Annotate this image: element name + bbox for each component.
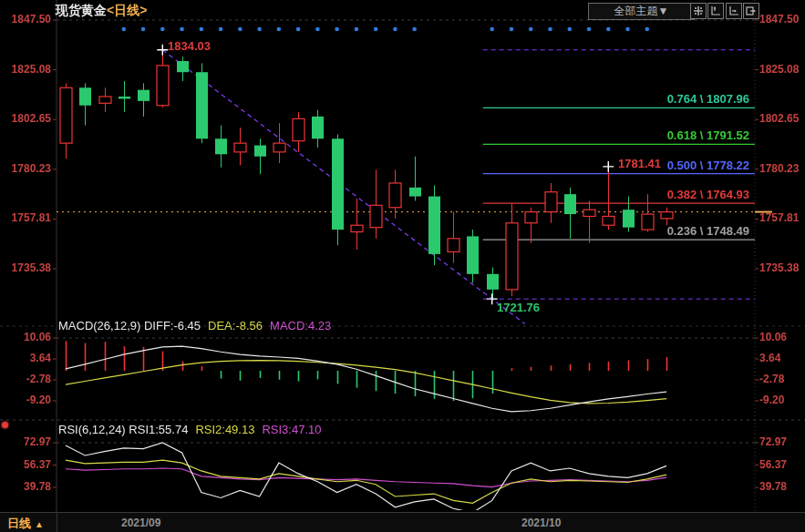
fib-level-0618-label: 0.618 \ 1791.52 [667, 128, 749, 142]
swing-low-price-label: 1721.76 [497, 301, 540, 314]
scale-x-axis-icon[interactable] [707, 3, 724, 19]
macd-name-and-diff: MACD(26,12,9) DIFF:-6.45 [58, 319, 201, 332]
scale-y-axis-icon[interactable] [726, 3, 742, 19]
fib-level-0764-label: 0.764 \ 1807.96 [667, 92, 749, 106]
fib-level-0382-label: 0.382 \ 1764.93 [667, 188, 749, 201]
macd-macd-value: MACD:4.23 [270, 319, 331, 332]
rsi2-value: RSI2:49.13 [195, 423, 254, 436]
fib-level-0500-label: 0.500 \ 1778.22 [667, 159, 749, 172]
bottom-bar-divider [57, 513, 57, 532]
period-tab-daily[interactable]: 日线▲ [7, 516, 44, 532]
theme-dropdown-button[interactable]: 全部主题▼ [588, 3, 695, 20]
bottom-bar: 日线▲ 2021/09 2021/10 [0, 512, 805, 532]
x-axis-label-sep: 2021/09 [121, 517, 160, 529]
chevron-up-icon: ▲ [35, 519, 44, 529]
period-tag: <日线> [107, 3, 147, 17]
screenshot-export-icon[interactable] [743, 3, 759, 19]
pan-icon[interactable] [690, 3, 707, 19]
panel-collapse-icon[interactable] [2, 422, 8, 428]
trading-app-window: 1847.501847.501825.081825.081802.651802.… [0, 0, 805, 532]
rsi-indicator-header[interactable]: RSI(6,12,24) RSI1:55.74RSI2:49.13RSI3:47… [58, 423, 321, 436]
swing-high-price-label: 1834.03 [168, 39, 211, 53]
macd-indicator-header[interactable]: MACD(26,12,9) DIFF:-6.45DEA:-8.56MACD:4.… [58, 319, 331, 332]
symbol-name: 现货黄金 [56, 3, 107, 17]
rsi3-value: RSI3:47.10 [262, 423, 321, 436]
retrace-high-price-label: 1781.41 [618, 157, 661, 170]
chart-title: 现货黄金<日线> [56, 3, 147, 19]
fib-level-0236-label: 0.236 \ 1748.49 [667, 224, 749, 238]
macd-dea-value: DEA:-8.56 [208, 319, 263, 332]
rsi-name-and-rsi1: RSI(6,12,24) RSI1:55.74 [58, 423, 188, 436]
x-axis-label-oct: 2021/10 [521, 517, 561, 529]
